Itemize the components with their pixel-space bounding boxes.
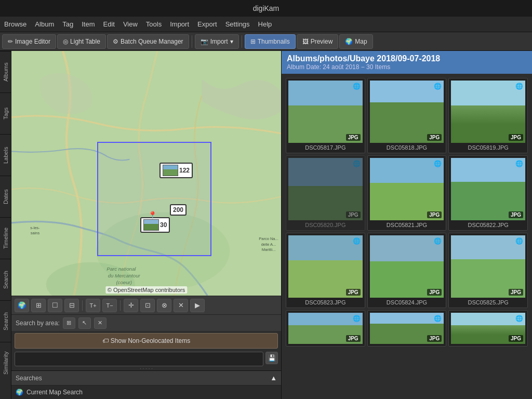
app-title: digiKam	[253, 4, 280, 12]
map-tool-sep-2	[120, 300, 121, 311]
searches-header[interactable]: Searches ▲	[11, 371, 281, 385]
menu-import[interactable]: Import	[170, 20, 189, 28]
map-filter-btn[interactable]: ⊗	[157, 299, 171, 312]
thumb-item-7[interactable]: 🌐 JPG DSC05824.JPG	[367, 233, 447, 308]
sidebar-tab-similarity[interactable]: Similarity	[0, 342, 11, 383]
map-area[interactable]: Parc national du Mercantour (coeur) Parc…	[11, 51, 281, 296]
sidebar-tab-tags[interactable]: Tags	[0, 92, 11, 134]
sidebar-tab-albums[interactable]: Albums	[0, 51, 11, 92]
thumb-name-8: DSC05825.JPG	[451, 299, 525, 305]
search-area-row: Search by area: ⊞ ↖ ✕	[11, 314, 281, 331]
map-text-plus-btn[interactable]: T+	[86, 299, 100, 312]
menu-album[interactable]: Album	[35, 20, 54, 28]
searches-collapse-icon: ▲	[270, 374, 277, 382]
search-input-row: 💾	[15, 352, 278, 366]
map-globe-btn[interactable]: 🌍	[15, 299, 29, 312]
menu-item[interactable]: Item	[82, 20, 95, 28]
thumb-item-6[interactable]: 🌐 JPG DSC05823.JPG	[286, 233, 365, 308]
thumb-item-3[interactable]: 🌐 JPG DSC05820.JPG	[286, 155, 365, 231]
map-play-btn[interactable]: ▶	[190, 299, 205, 312]
left-panel: Parc national du Mercantour (coeur) Parc…	[11, 51, 282, 399]
map-text-minus-btn[interactable]: T−	[102, 299, 117, 312]
thumbnails-area: 🌐 JPG DSC05817.JPG 🌐 JPG DSC05818.JPG 🌐 …	[282, 74, 532, 399]
thumb-globe-icon-11: 🌐	[515, 315, 523, 322]
sidebar-tab-search2[interactable]: Search	[0, 300, 11, 342]
thumb-item-5[interactable]: 🌐 JPG DSC05822.JPG	[448, 155, 528, 231]
search-area-arrow-btn[interactable]: ↖	[78, 317, 91, 329]
thumb-item-2[interactable]: 🌐 JPG DSC05819.JPG	[448, 78, 528, 153]
thumb-name-7: DSC05824.JPG	[370, 299, 444, 305]
map-crosshair-btn[interactable]: ✛	[124, 299, 138, 312]
thumb-item-9[interactable]: 🌐 JPG	[286, 310, 365, 347]
menu-view[interactable]: View	[123, 20, 138, 28]
menu-settings[interactable]: Settings	[225, 20, 250, 28]
thumb-badge-6: JPG	[346, 289, 361, 296]
map-select-btn[interactable]: ☐	[48, 299, 62, 312]
map-frame-btn[interactable]: ⊡	[140, 299, 155, 312]
search-input[interactable]	[15, 352, 263, 366]
menu-edit[interactable]: Edit	[103, 20, 114, 28]
show-non-geolocated-button[interactable]: 🏷 Show Non-Geolocated Items	[15, 333, 278, 349]
thumb-badge-10: JPG	[427, 335, 442, 342]
search-area-clear-btn[interactable]: ✕	[94, 317, 107, 329]
thumb-globe-icon-4: 🌐	[434, 160, 442, 167]
menu-tag[interactable]: Tag	[62, 20, 73, 28]
save-search-button[interactable]: 💾	[265, 352, 278, 364]
menu-export[interactable]: Export	[197, 20, 217, 28]
searches-item-icon: 🌍	[16, 389, 23, 396]
cluster-thumb-122	[163, 165, 178, 176]
toolbar-separator-2	[242, 35, 242, 48]
thumb-badge-2: JPG	[509, 134, 523, 141]
searches-item-current-map[interactable]: 🌍 Current Map Search	[11, 385, 281, 399]
svg-text:(coeur): (coeur)	[116, 280, 132, 285]
cluster-label-122: 122	[179, 167, 190, 174]
sidebar-tab-search1[interactable]: Search	[0, 259, 11, 300]
thumb-badge-5: JPG	[509, 211, 523, 218]
import-dropdown-icon: ▾	[230, 38, 233, 45]
preview-button[interactable]: 🖼 Preview	[297, 34, 339, 49]
menu-tools[interactable]: Tools	[146, 20, 162, 28]
album-title: Albums/photos/Ubaye 2018/09-07-2018	[287, 54, 527, 63]
thumb-item-8[interactable]: 🌐 JPG DSC05825.JPG	[448, 233, 528, 308]
batch-queue-icon: ⚙	[113, 38, 118, 45]
menu-help[interactable]: Help	[258, 20, 272, 28]
thumb-item-1[interactable]: 🌐 JPG DSC05818.JPG	[367, 78, 447, 153]
map-grid-btn[interactable]: ⊞	[31, 299, 46, 312]
map-copyright: © OpenStreetMap contributors	[105, 286, 187, 294]
search-area-select-btn[interactable]: ⊞	[63, 317, 75, 329]
map-cluster-200[interactable]: 200	[170, 204, 187, 216]
album-header: Albums/photos/Ubaye 2018/09-07-2018 Albu…	[282, 51, 532, 74]
thumb-badge-3: JPG	[346, 211, 361, 218]
thumb-item-10[interactable]: 🌐 JPG	[367, 310, 447, 347]
light-table-button[interactable]: ◎ Light Table	[57, 34, 106, 49]
menu-browse[interactable]: Browse	[4, 20, 26, 28]
sidebar-tab-labels[interactable]: Labels	[0, 134, 11, 176]
sidebar-tab-timeline[interactable]: Timeline	[0, 217, 11, 259]
cluster-label-200: 200	[173, 206, 183, 214]
thumb-badge-8: JPG	[509, 289, 523, 296]
thumbnails-button[interactable]: ⊞ Thumbnails	[245, 34, 296, 49]
searches-item-label: Current Map Search	[26, 389, 83, 396]
map-button[interactable]: 🌍 Map	[339, 34, 373, 49]
map-cluster-30[interactable]: 30	[140, 217, 170, 233]
thumb-name-3: DSC05820.JPG	[288, 222, 363, 228]
thumb-globe-icon-5: 🌐	[515, 160, 523, 167]
image-editor-icon: ✏	[8, 38, 13, 45]
svg-text:delle A...: delle A...	[261, 242, 276, 247]
import-button[interactable]: 📷 Import ▾	[195, 34, 239, 49]
thumb-name-4: DSC05821.JPG	[370, 222, 444, 228]
thumb-item-11[interactable]: 🌐 JPG	[448, 310, 528, 347]
thumb-globe-icon-7: 🌐	[434, 237, 442, 245]
batch-queue-button[interactable]: ⚙ Batch Queue Manager	[107, 34, 189, 49]
thumb-globe-icon-6: 🌐	[353, 237, 361, 245]
thumb-item-4[interactable]: 🌐 JPG DSC05821.JPG	[367, 155, 447, 231]
map-cluster-122[interactable]: 122	[159, 163, 193, 178]
sidebar-tab-dates[interactable]: Dates	[0, 176, 11, 217]
toolbar: ✏ Image Editor ◎ Light Table ⚙ Batch Que…	[0, 32, 532, 51]
map-image-btn[interactable]: ⊟	[64, 299, 79, 312]
thumb-item-0[interactable]: 🌐 JPG DSC05817.JPG	[286, 78, 365, 153]
thumb-name-0: DSC05817.JPG	[288, 144, 363, 151]
map-close-btn[interactable]: ✕	[174, 299, 188, 312]
image-editor-button[interactable]: ✏ Image Editor	[2, 34, 56, 49]
thumb-globe-icon-10: 🌐	[434, 315, 442, 322]
